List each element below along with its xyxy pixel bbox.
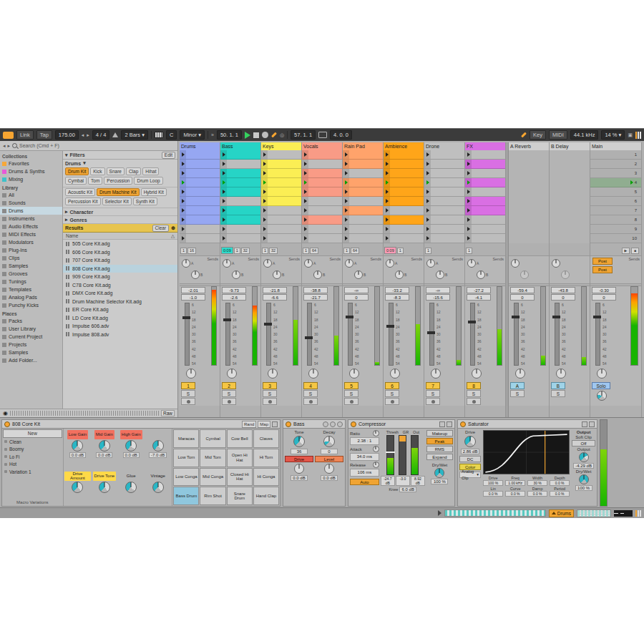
clip-slot[interactable] <box>384 225 424 234</box>
scene-row[interactable]: 4 <box>590 178 641 187</box>
clip-slot[interactable] <box>220 197 260 206</box>
solo-button[interactable]: S <box>426 390 440 397</box>
clip-slot[interactable] <box>343 150 383 160</box>
track-activator[interactable]: 7 <box>426 382 440 389</box>
clip-launch-icon[interactable] <box>220 187 227 196</box>
out2-knob[interactable] <box>324 464 334 474</box>
drum-pad[interactable]: Hi Tom <box>253 449 279 467</box>
view-toggle-icon[interactable] <box>582 421 587 427</box>
macro-knob[interactable] <box>99 482 110 493</box>
filter-tag[interactable]: Drum Kit <box>65 167 89 175</box>
play-button[interactable] <box>245 132 250 139</box>
arm-button[interactable] <box>303 398 318 405</box>
clip-slot[interactable] <box>465 169 505 178</box>
file-row[interactable]: 505 Core Kit.adg <box>63 240 177 248</box>
sidebar-item[interactable]: Samples <box>0 262 62 270</box>
sidebar-item[interactable]: Sounds <box>0 199 62 207</box>
file-row[interactable]: Impulse 606.adv <box>63 322 177 331</box>
cue-volume-knob[interactable] <box>597 391 607 401</box>
cpu-meter[interactable]: 14 % ▾ <box>601 130 625 140</box>
hot-swap-icon[interactable] <box>447 421 452 427</box>
drum-pad[interactable]: Mid Tom <box>200 449 225 467</box>
pan-knob[interactable] <box>268 369 278 379</box>
clip-slot[interactable] <box>424 234 464 243</box>
clip-slot[interactable] <box>180 225 220 234</box>
clip-slot[interactable] <box>465 197 505 206</box>
fader-handle[interactable] <box>427 331 435 334</box>
device-chain-overview[interactable] <box>444 509 546 517</box>
clip-launch-icon[interactable] <box>384 178 390 187</box>
param-value[interactable]: 0.0 % <box>483 491 503 497</box>
volume-value[interactable]: 0 <box>551 294 575 301</box>
filter-section-collapsed[interactable]: ▸ Genres <box>63 216 177 224</box>
pan-knob[interactable] <box>227 369 237 379</box>
volume-value[interactable]: -8.3 <box>385 294 409 301</box>
volume-fader[interactable] <box>595 303 600 366</box>
fader-handle[interactable] <box>468 321 476 323</box>
clip-launch-icon[interactable] <box>343 160 349 168</box>
macro-knob[interactable] <box>152 440 164 452</box>
clip-launch-icon[interactable] <box>384 225 390 233</box>
scale-root-select[interactable]: C <box>166 130 177 140</box>
clip-slot[interactable] <box>302 234 342 243</box>
pan-knob[interactable] <box>597 369 607 379</box>
device-on-icon[interactable] <box>4 421 10 427</box>
clip-launch-icon[interactable] <box>261 160 268 168</box>
track-activator[interactable]: 5 <box>344 382 358 389</box>
shaper-type-select[interactable]: Analog Clip▾ <box>459 472 481 478</box>
solo-button[interactable]: S <box>344 390 358 397</box>
clip-slot[interactable] <box>343 225 383 234</box>
clip-launch-icon[interactable] <box>424 215 431 224</box>
tone-knob[interactable] <box>293 436 305 447</box>
soft-clip-toggle[interactable]: Off <box>572 440 595 447</box>
search-input[interactable]: Search (Cmd + F) <box>19 143 59 148</box>
clip-launch-icon[interactable] <box>261 178 268 187</box>
param-value[interactable]: 1.00 kHz <box>505 480 525 486</box>
track-activator[interactable]: 6 <box>385 382 399 389</box>
filter-tag[interactable]: Percussion <box>104 177 132 185</box>
track-header[interactable]: Keys <box>261 142 301 150</box>
loop-start-field[interactable]: 57. 1. 1 <box>291 130 316 140</box>
solo-button[interactable]: S <box>510 390 525 397</box>
pan-knob[interactable] <box>515 369 525 379</box>
send-a-knob[interactable] <box>263 259 272 268</box>
clip-launch-icon[interactable] <box>220 206 227 215</box>
level-button[interactable]: Level <box>315 456 343 462</box>
arm-button[interactable] <box>385 398 399 405</box>
send-b-knob[interactable] <box>395 270 404 279</box>
send-a-knob[interactable] <box>511 259 519 268</box>
fader-handle[interactable] <box>264 323 272 326</box>
scene-row[interactable]: 10 <box>590 234 641 243</box>
clip-slot[interactable] <box>424 178 464 187</box>
clip-launch-icon[interactable] <box>220 169 227 177</box>
knee-value[interactable]: 6.0 dB <box>399 487 416 492</box>
clip-slot[interactable] <box>424 169 464 178</box>
pan-knob[interactable] <box>431 369 441 379</box>
track-header[interactable]: Vocals <box>302 142 342 150</box>
threshold-slider[interactable] <box>386 435 394 475</box>
macro-value[interactable]: 0.0 dB <box>96 452 112 458</box>
param-value[interactable]: 0.0 % <box>550 491 570 497</box>
drum-pad[interactable]: Open Hi Hat <box>227 449 253 467</box>
send-a-knob[interactable] <box>552 259 560 268</box>
volume-fader[interactable] <box>470 303 475 366</box>
clip-slot[interactable] <box>261 197 301 206</box>
volume-value[interactable]: 0 <box>510 294 535 301</box>
peak-mode-button[interactable]: Peak <box>426 438 453 444</box>
sidebar-item[interactable]: Mixing <box>0 175 62 183</box>
clip-slot[interactable] <box>261 225 301 234</box>
clip-launch-icon[interactable] <box>180 187 186 196</box>
clip-launch-icon[interactable] <box>261 150 268 159</box>
scene-row[interactable]: 1 <box>590 150 641 160</box>
send-a-knob[interactable] <box>182 259 190 268</box>
device-on-icon[interactable] <box>286 421 291 427</box>
volume-fader[interactable] <box>225 303 230 366</box>
clip-slot[interactable] <box>424 206 464 215</box>
clip-slot[interactable] <box>343 187 383 197</box>
macro-knob[interactable] <box>152 482 164 493</box>
sidebar-item[interactable]: Plug-Ins <box>0 246 62 254</box>
variation-item[interactable]: Hot <box>3 461 62 469</box>
drum-pad[interactable]: Hand Clap <box>253 487 279 505</box>
clip-slot[interactable] <box>302 160 342 169</box>
clip-slot[interactable] <box>180 178 220 187</box>
